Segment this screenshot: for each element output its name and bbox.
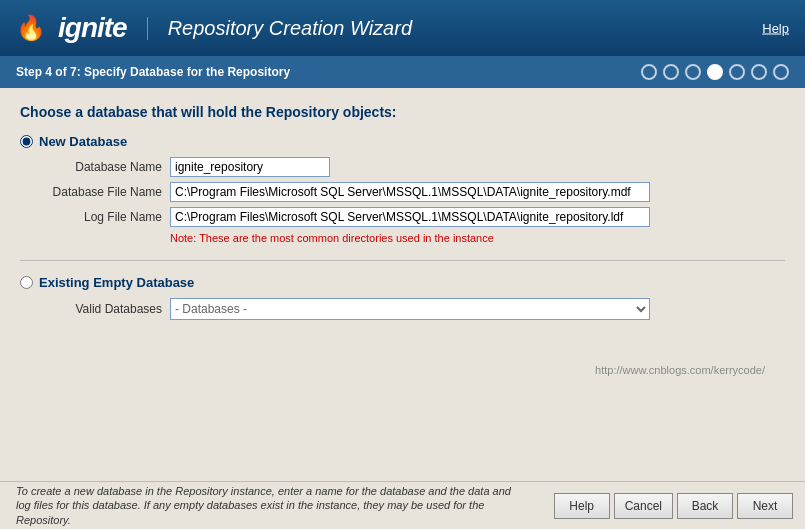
step-1 <box>641 64 657 80</box>
new-database-radio-row[interactable]: New Database <box>20 134 785 149</box>
db-name-input[interactable] <box>170 157 330 177</box>
step-circles <box>641 64 789 80</box>
step-5 <box>729 64 745 80</box>
logo-text: ignite <box>58 12 127 44</box>
footer-info-text: To create a new database in the Reposito… <box>16 484 526 527</box>
header: 🔥 ignite Repository Creation Wizard Help <box>0 0 805 56</box>
db-name-row: Database Name <box>20 157 785 177</box>
divider <box>20 260 785 261</box>
existing-database-radio[interactable] <box>20 276 33 289</box>
valid-db-row: Valid Databases - Databases - <box>20 298 785 320</box>
step-6 <box>751 64 767 80</box>
existing-database-section: Existing Empty Database Valid Databases … <box>20 275 785 320</box>
step-text: Step 4 of 7: Specify Database for the Re… <box>16 65 290 79</box>
db-file-name-row: Database File Name <box>20 182 785 202</box>
db-name-label: Database Name <box>40 160 170 174</box>
log-file-name-row: Log File Name <box>20 207 785 227</box>
footer-buttons: Help Cancel Back Next <box>542 482 805 529</box>
new-database-section: New Database Database Name Database File… <box>20 134 785 244</box>
step-2 <box>663 64 679 80</box>
valid-db-label: Valid Databases <box>40 302 170 316</box>
url-text: http://www.cnblogs.com/kerrycode/ <box>20 360 785 380</box>
step-4-active <box>707 64 723 80</box>
step-3 <box>685 64 701 80</box>
log-file-name-input[interactable] <box>170 207 650 227</box>
footer: To create a new database in the Reposito… <box>0 481 805 529</box>
main-content: Choose a database that will hold the Rep… <box>0 88 805 481</box>
wizard-title: Repository Creation Wizard <box>147 17 412 40</box>
footer-info: To create a new database in the Reposito… <box>0 482 542 529</box>
existing-database-radio-row[interactable]: Existing Empty Database <box>20 275 785 290</box>
new-database-label[interactable]: New Database <box>39 134 127 149</box>
step-7 <box>773 64 789 80</box>
help-button[interactable]: Help <box>554 493 610 519</box>
db-file-name-label: Database File Name <box>40 185 170 199</box>
flame-icon: 🔥 <box>16 14 46 42</box>
valid-databases-select[interactable]: - Databases - <box>170 298 650 320</box>
log-file-name-label: Log File Name <box>40 210 170 224</box>
logo-area: 🔥 ignite <box>16 12 127 44</box>
note-text: Note: These are the most common director… <box>20 232 785 244</box>
db-file-name-input[interactable] <box>170 182 650 202</box>
existing-database-label[interactable]: Existing Empty Database <box>39 275 194 290</box>
section-title: Choose a database that will hold the Rep… <box>20 104 785 120</box>
step-bar: Step 4 of 7: Specify Database for the Re… <box>0 56 805 88</box>
help-link[interactable]: Help <box>762 21 789 36</box>
next-button[interactable]: Next <box>737 493 793 519</box>
cancel-button[interactable]: Cancel <box>614 493 673 519</box>
back-button[interactable]: Back <box>677 493 733 519</box>
new-database-radio[interactable] <box>20 135 33 148</box>
